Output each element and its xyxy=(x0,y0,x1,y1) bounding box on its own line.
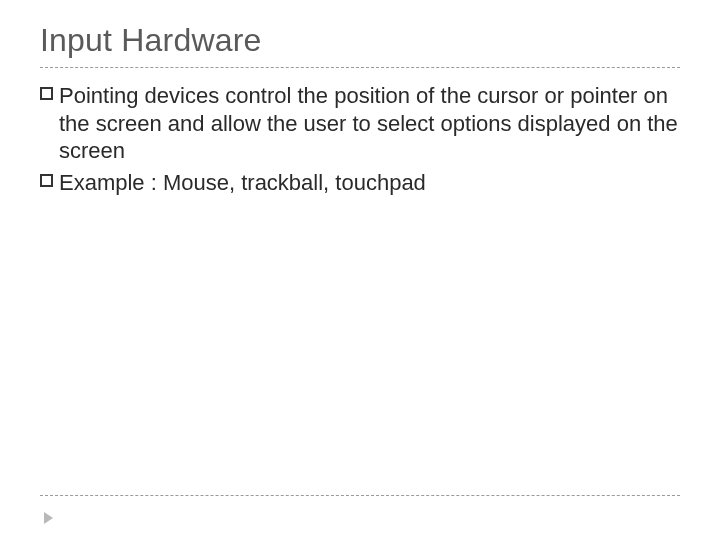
bullet-rest: : Mouse, trackball, touchpad xyxy=(145,170,426,195)
footer-arrow-icon xyxy=(44,512,53,524)
slide-body: Pointing devices control the position of… xyxy=(40,82,680,196)
bullet-marker-icon xyxy=(40,174,53,187)
bullet-term: Pointing devices xyxy=(59,83,219,108)
bullet-text: Pointing devices control the position of… xyxy=(59,82,680,165)
slide: Input Hardware Pointing devices control … xyxy=(0,0,720,540)
title-divider xyxy=(40,67,680,68)
bullet-marker-icon xyxy=(40,87,53,100)
bullet-text: Example : Mouse, trackball, touchpad xyxy=(59,169,680,197)
bullet-term: Example xyxy=(59,170,145,195)
footer-divider xyxy=(40,495,680,496)
slide-title: Input Hardware xyxy=(40,22,680,59)
bullet-item: Pointing devices control the position of… xyxy=(40,82,680,165)
bullet-item: Example : Mouse, trackball, touchpad xyxy=(40,169,680,197)
